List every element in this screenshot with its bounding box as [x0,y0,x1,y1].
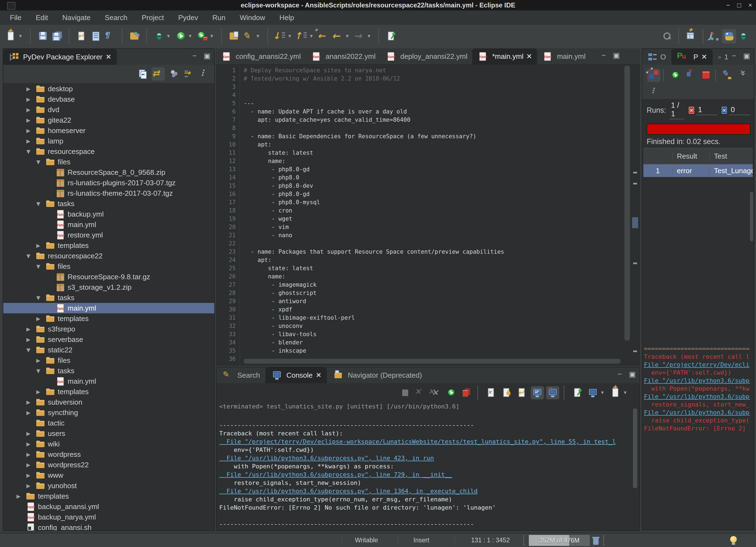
close-view-icon[interactable]: ✕ [702,53,707,61]
debug-button[interactable]: ▼ [152,29,174,43]
console-scrollbar[interactable] [633,409,637,488]
tree-item-resourcespace-8-0-9568-zip[interactable]: ResourceSpace_8_0_9568.zip [3,167,214,177]
console-line[interactable]: File "/usr/lib/python3.6/subprocess.py",… [219,454,629,462]
tree-item-wiki[interactable]: ▶wiki [3,439,214,449]
tree-expander-icon[interactable]: ▶ [26,138,35,144]
tab-search[interactable]: ✎Search [216,367,265,383]
filters-button[interactable] [167,67,180,80]
pyunit-scrollbar[interactable] [750,192,753,241]
close-tab-icon[interactable]: ✕ [526,52,532,61]
minimize-view-button[interactable]: − [732,52,736,60]
tree-item-dvd[interactable]: ▶dvd [3,104,214,115]
tree-expander-icon[interactable]: ▶ [26,462,35,468]
tree-expander-icon[interactable]: ▼ [36,263,45,269]
editor-tab-anansi2022-yml[interactable]: Yamlanansi2022.yml [306,48,380,64]
open-console-button[interactable]: ✚▼ [609,386,630,399]
tree-item-users[interactable]: ▶users [3,428,214,439]
tree-expander-icon[interactable]: ▶ [26,472,35,478]
tree-item-tasks[interactable]: ▼tasks [3,293,214,303]
collapse-trace-button[interactable]: » [736,69,749,82]
editor-horizontal-scrollbar[interactable] [244,359,621,364]
focus-on-active-task-button[interactable]: → [182,67,196,80]
tree-item-www[interactable]: ▶www [3,470,214,481]
tree-expander-icon[interactable]: ▶ [36,357,45,363]
rerun-test-button[interactable] [669,69,682,82]
tree-expander-icon[interactable]: ▶ [26,410,35,416]
next-annotation-button[interactable]: ↓▼ [273,29,295,43]
column-header-Test[interactable]: Test [709,152,753,160]
clear-console-button[interactable]: ✕ [485,386,498,399]
menu-search[interactable]: Search [98,12,134,24]
tree-item-wordpress[interactable]: ▶wordpress [3,449,214,460]
save-all-button[interactable] [50,29,64,43]
pin-editor-button[interactable] [384,29,398,43]
tree-expander-icon[interactable]: ▼ [26,148,35,154]
tree-item-wordpress22[interactable]: ▶wordpress22 [3,460,214,470]
code-area[interactable]: # Deploy ResourceSpace sites to narya.ne… [244,65,623,366]
close-button[interactable]: × [748,1,752,9]
show-stdout-button[interactable] [531,386,544,399]
tree-item-main-yml[interactable]: Yamlmain.yml [3,376,214,387]
minimize-view-button[interactable]: − [192,52,196,60]
tree-item-static22[interactable]: ▼static22 [3,345,214,355]
console-output[interactable]: ----------------------------------------… [219,421,629,529]
pydev-perspective-button[interactable] [722,29,736,43]
dropdown-arrow-icon[interactable]: ▼ [255,34,260,39]
mark-occurrences-button[interactable]: ✎▼ [241,29,263,43]
tree-item-templates[interactable]: ▶templates [3,387,214,397]
forward-button[interactable]: →▼ [352,29,374,43]
dropdown-arrow-icon[interactable]: ▼ [188,34,193,39]
back-button[interactable]: ←▼ [331,29,352,43]
tree-item-rs-lunatics-plugins-2017-03-07-tgz[interactable]: rs-lunatics-plugins-2017-03-07.tgz [3,177,214,188]
terminate-button[interactable] [398,386,412,399]
tree-item-backup-yml[interactable]: Yamlbackup.yml [3,209,214,219]
debug-perspective-button[interactable] [736,29,751,43]
minimize-editor-button[interactable]: − [602,51,606,60]
trace-line[interactable]: File "/usr/lib/python3.6/subprocess.py",… [644,409,750,417]
trace-line[interactable]: File "/usr/lib/python3.6/subprocess.py",… [644,377,750,385]
tree-item-s3fsrepo[interactable]: ▶s3fsrepo [3,324,214,334]
tree-item-templates[interactable]: ▶templates [3,491,214,501]
maximize-view-button[interactable]: ▣ [743,52,750,60]
tree-item-resourcespace-9-8-tar-gz[interactable]: ResourceSpace-9.8.tar.gz [3,271,214,282]
maximize-button[interactable]: □ [737,1,741,9]
word-wrap-button[interactable]: ↵ [515,386,529,399]
tree-expander-icon[interactable]: ▼ [36,295,45,301]
dropdown-arrow-icon[interactable]: ▼ [345,34,350,39]
console-line[interactable]: File "/usr/lib/python3.6/subprocess.py",… [219,487,629,495]
console-line[interactable]: File "/project/terry/Dev/eclipse-workspa… [219,438,629,446]
tree-item-backup-anansi-yml[interactable]: Yamlbackup_anansi.yml [3,501,214,512]
tree-item-s3-storage-v1-2-zip[interactable]: s3_storage_v1.2.zip [3,282,214,293]
scroll-lock-button[interactable] [500,386,513,399]
code-editor[interactable]: 1234567891011121314151617181920212223242… [216,64,640,366]
tree-item-backup-narya-yml[interactable]: Yamlbackup_narya.yml [3,512,214,522]
tree-item-syncthing[interactable]: ▶syncthing [3,407,214,418]
open-resource-button[interactable] [127,29,142,43]
dropdown-arrow-icon[interactable]: ▼ [287,34,292,39]
tree-expander-icon[interactable]: ▶ [16,493,25,499]
tree-item-files[interactable]: ▼files [3,157,214,167]
tab-console[interactable]: Console✕ [265,367,327,383]
tree-expander-icon[interactable]: ▶ [26,127,35,134]
tree-item-restore-yml[interactable]: Yamlrestore.yml [3,230,214,240]
open-perspective-button[interactable]: ✚ [684,29,698,43]
stop-test-button[interactable] [699,69,713,82]
maximize-console-button[interactable]: ▣ [629,370,636,379]
tree-expander-icon[interactable]: ▶ [26,451,35,457]
tree-expander-icon[interactable]: ▶ [26,399,35,405]
tree-item-yunohost[interactable]: ▶yunohost [3,481,214,491]
open-type-button[interactable] [89,29,103,43]
editor-tab-deploy-anansi22-yml[interactable]: Yamldeploy_anansi22.yml [380,48,472,64]
run-external-button[interactable]: ▼ [195,29,217,43]
dropdown-arrow-icon[interactable]: ▼ [166,34,171,39]
column-header-Result[interactable]: Result [672,152,709,160]
tree-expander-icon[interactable]: ▶ [26,117,35,123]
save-button[interactable] [36,29,50,43]
edit-test-button[interactable]: ✎ [721,69,734,82]
tree-item-config-anansi-sh[interactable]: config_anansi.sh [3,522,214,531]
show-failures-only-button[interactable]: ✕✕ [647,69,660,82]
tree-item-desktop[interactable]: ▶desktop [3,84,214,94]
tree-item-homeserver[interactable]: ▶homeserver [3,125,214,136]
menu-edit[interactable]: Edit [29,12,55,24]
view-menu-icon[interactable]: ⋮ [649,86,661,98]
